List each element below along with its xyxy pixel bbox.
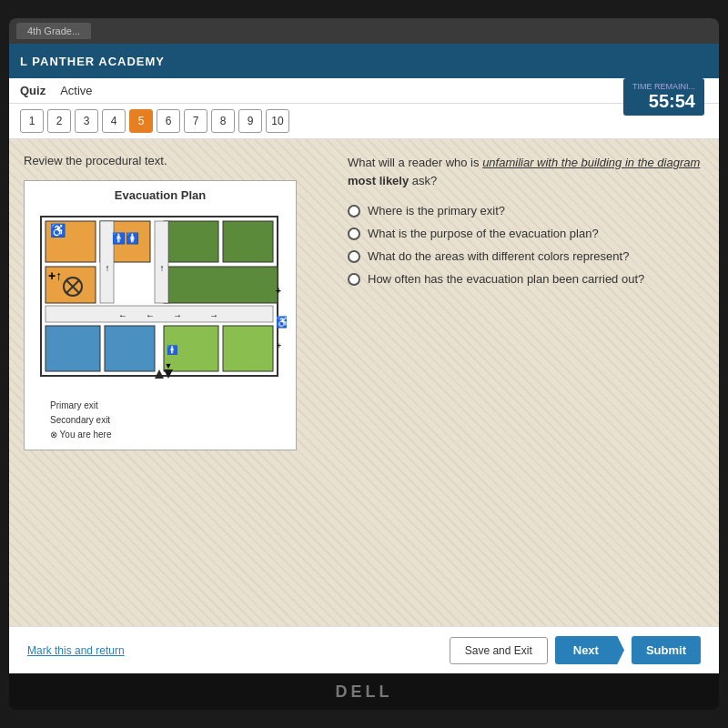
q-num-3[interactable]: 3 [75,109,98,133]
svg-rect-6 [164,267,278,303]
svg-rect-11 [223,326,273,371]
q-num-1[interactable]: 1 [20,109,44,133]
answer-option-d[interactable]: How often has the evacuation plan been c… [348,272,704,286]
dell-logo: DELL [336,682,393,702]
q-num-2[interactable]: 2 [47,109,71,133]
submit-button[interactable]: Submit [632,636,701,664]
svg-rect-9 [105,326,155,371]
mark-return-link[interactable]: Mark this and return [27,644,125,657]
left-column: Review the procedural text. Evacuation P… [24,154,333,612]
svg-text:+: + [277,341,281,350]
evac-title: Evacuation Plan [32,188,288,202]
svg-rect-5 [223,221,273,262]
svg-text:🚹: 🚹 [167,344,178,356]
answer-text-a: Where is the primary exit? [368,204,505,217]
svg-rect-4 [164,221,218,262]
answer-text-d: How often has the evacuation plan been c… [368,272,644,286]
legend-here: ⊗ You are here [50,428,288,442]
evacuation-diagram: Evacuation Plan [24,180,297,450]
legend-primary: Primary exit [50,399,288,413]
q-num-6[interactable]: 6 [157,109,180,133]
svg-text:←: ← [118,310,127,320]
question-text: What will a reader who is unfamiliar wit… [348,154,704,189]
radio-d[interactable] [348,273,360,286]
q-num-10[interactable]: 10 [266,109,289,133]
browser-tab[interactable]: 4th Grade... [16,23,91,39]
svg-text:↑: ↑ [106,263,110,273]
svg-text:+↑: +↑ [48,268,62,283]
quiz-nav: Quiz Active [9,78,719,104]
active-label: Active [60,84,92,97]
svg-text:→: → [209,310,218,320]
svg-marker-32 [155,369,164,379]
review-text: Review the procedural text. [24,154,333,167]
quiz-label: Quiz [20,84,46,97]
question-numbers-row: 1 2 3 4 5 6 7 8 9 10 [9,104,719,139]
q-num-4[interactable]: 4 [102,109,126,133]
bottom-buttons: Save and Exit Next Submit [450,636,701,664]
main-content: Review the procedural text. Evacuation P… [9,139,719,626]
answer-option-c[interactable]: What do the areas with different colors … [348,249,704,263]
svg-rect-13 [155,221,168,303]
svg-text:🚹🚺: 🚹🚺 [112,231,139,245]
radio-b[interactable] [348,228,360,240]
answer-text-b: What is the purpose of the evacuation pl… [368,227,599,240]
timer-label: TIME REMAINI... [632,82,695,91]
legend-secondary: Secondary exit [50,413,288,428]
radio-a[interactable] [348,205,360,217]
svg-text:+: + [276,286,281,296]
q-num-8[interactable]: 8 [211,109,235,133]
answer-option-a[interactable]: Where is the primary exit? [348,204,704,217]
svg-text:♿: ♿ [50,223,66,238]
radio-c[interactable] [348,250,360,263]
browser-bar: 4th Grade... [9,18,719,44]
answer-options: Where is the primary exit? What is the p… [348,204,704,286]
q-num-5[interactable]: 5 [129,109,153,133]
svg-text:▼: ▼ [165,361,173,370]
answer-option-b[interactable]: What is the purpose of the evacuation pl… [348,227,704,240]
svg-rect-8 [46,326,100,371]
q-num-9[interactable]: 9 [238,109,262,133]
save-exit-button[interactable]: Save and Exit [450,637,548,664]
svg-text:♿: ♿ [276,315,287,329]
svg-text:→: → [173,310,182,320]
evac-legend: Primary exit Secondary exit ⊗ You are he… [32,399,288,442]
evac-map-svg: ← ← → → ↑ ↑ ♿ 🚹🚺 [32,207,287,389]
q-num-7[interactable]: 7 [184,109,207,133]
svg-text:←: ← [146,310,155,320]
app-header: L PANTHER ACADEMY [9,44,719,78]
question-area: Review the procedural text. Evacuation P… [9,139,719,626]
right-column: What will a reader who is unfamiliar wit… [348,154,704,612]
answer-text-c: What do the areas with different colors … [368,249,629,263]
bottom-bar: Mark this and return Save and Exit Next … [9,626,719,673]
timer-area: TIME REMAINI... 55:54 [623,78,704,116]
dell-bar: DELL [9,673,719,710]
app-title: L PANTHER ACADEMY [20,55,165,68]
svg-rect-7 [46,306,273,322]
next-button[interactable]: Next [555,636,624,664]
svg-marker-25 [164,369,173,379]
svg-text:↑: ↑ [160,263,165,273]
timer-value: 55:54 [632,91,695,112]
